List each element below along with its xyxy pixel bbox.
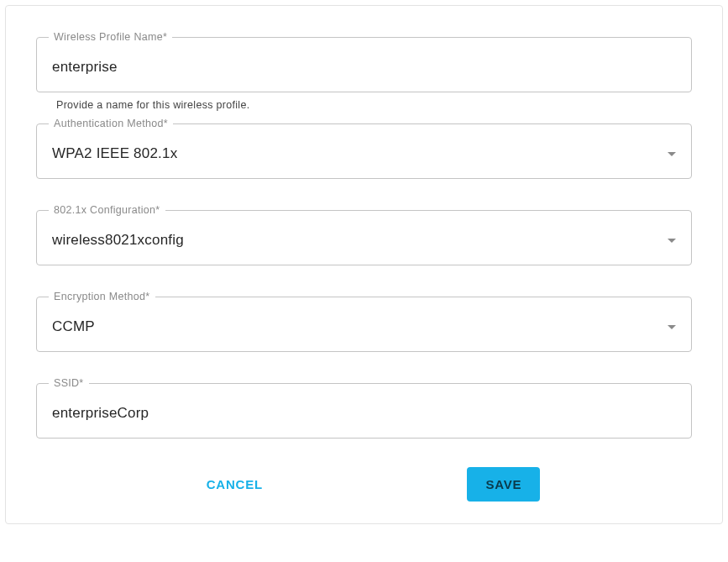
save-button[interactable]: SAVE: [467, 467, 540, 502]
field-auth-method: Authentication Method* WPA2 IEEE 802.1x: [36, 118, 692, 179]
wireless-profile-form: Wireless Profile Name* Provide a name fo…: [5, 5, 723, 524]
select-encryption[interactable]: CCMP: [37, 302, 691, 351]
field-ssid: SSID*: [36, 377, 692, 439]
select-8021x-config[interactable]: wireless8021xconfig: [37, 216, 691, 265]
label-ssid: SSID*: [49, 377, 89, 389]
label-auth-method: Authentication Method*: [49, 118, 173, 129]
hint-profile-name: Provide a name for this wireless profile…: [56, 99, 692, 111]
value-8021x-config: wireless8021xconfig: [52, 232, 661, 249]
input-profile-name[interactable]: [52, 59, 676, 76]
label-encryption: Encryption Method*: [49, 291, 155, 302]
field-profile-name: Wireless Profile Name*: [36, 31, 692, 92]
field-encryption: Encryption Method* CCMP: [36, 291, 692, 352]
label-profile-name: Wireless Profile Name*: [49, 31, 172, 43]
value-auth-method: WPA2 IEEE 802.1x: [52, 145, 661, 162]
action-bar: CANCEL SAVE: [36, 467, 692, 502]
field-8021x-config: 802.1x Configuration* wireless8021xconfi…: [36, 204, 692, 265]
input-ssid[interactable]: [52, 405, 676, 422]
cancel-button[interactable]: CANCEL: [188, 467, 281, 502]
chevron-down-icon: [668, 152, 676, 156]
chevron-down-icon: [668, 239, 676, 243]
select-auth-method[interactable]: WPA2 IEEE 802.1x: [37, 129, 691, 178]
chevron-down-icon: [668, 325, 676, 329]
value-encryption: CCMP: [52, 318, 661, 335]
label-8021x-config: 802.1x Configuration*: [49, 204, 165, 216]
